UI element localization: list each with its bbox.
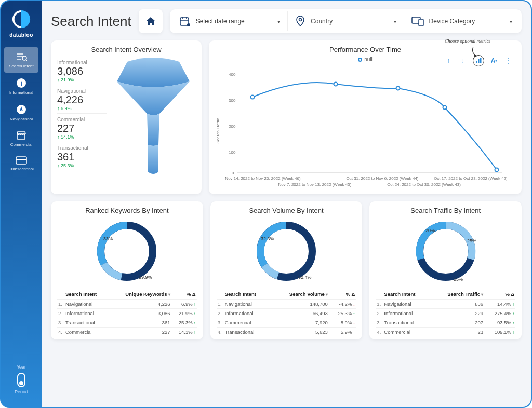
svg-point-34 (495, 168, 499, 172)
svg-text:62.4%: 62.4% (298, 275, 312, 280)
svg-text:Search Traffic: Search Traffic (216, 118, 220, 143)
svg-text:Oct 24, 2022 to Oct 30, 2022 (: Oct 24, 2022 to Oct 30, 2022 (Week 43) (387, 182, 461, 187)
filter-date-range[interactable]: Select date range ▾ (172, 12, 287, 31)
sidebar-item-commercial[interactable]: Commercial (1, 126, 42, 151)
home-icon (145, 16, 156, 26)
card-performance-over-time: Choose optional metrics Performance Over… (209, 40, 522, 194)
filter-label: Device Category (429, 18, 475, 25)
search-volume-table: Search IntentSearch Volume▾% Δ 1.Navigat… (217, 289, 356, 336)
device-icon (411, 16, 424, 26)
card-title: Search Volume By Intent (217, 207, 356, 214)
main-content: Search Intent Select date range ▾ Countr… (42, 1, 531, 407)
sidebar-item-label: Navigational (1, 117, 42, 121)
compass-icon (1, 104, 42, 115)
more-options-icon[interactable]: ⋮ (504, 56, 513, 65)
sidebar-item-search-intent[interactable]: Search Intent (4, 47, 38, 73)
svg-point-3 (22, 56, 26, 60)
svg-text:200: 200 (229, 124, 236, 129)
card-search-traffic: Search Traffic By Intent 20% 25% 55% (369, 201, 522, 339)
filter-device[interactable]: Device Category ▾ (404, 12, 520, 31)
filter-label: Country (311, 18, 332, 25)
card-search-intent-overview: Search Intent Overview Informational 3,0… (51, 40, 202, 194)
donut-chart: 20% 25% 55% (376, 217, 515, 285)
table-row: 2.Informational3,08621.9%↑ (57, 309, 197, 318)
period-toggle[interactable] (17, 373, 25, 387)
ranked-keywords-table: Search IntentUnique Keywords▾% Δ 1.Navig… (57, 289, 197, 336)
filter-label: Select date range (196, 18, 245, 25)
brand-name: databloo (9, 32, 33, 38)
table-row: 1.Navigational4,2266.9%↑ (57, 300, 197, 309)
card-search-volume: Search Volume By Intent 32.3% 62.4% Sear… (210, 201, 363, 339)
table-row: 1.Navigational83614.4%↑ (376, 300, 515, 309)
line-chart: Search Traffic 400 300 200 100 0 (216, 69, 514, 190)
svg-text:59.9%: 59.9% (139, 275, 152, 280)
svg-text:55%: 55% (454, 277, 463, 282)
table-row: 2.Informational229275.4%↑ (376, 309, 515, 318)
svg-text:Oct 17, 2022 to Oct 23, 2022 (: Oct 17, 2022 to Oct 23, 2022 (Week 42) (434, 176, 507, 181)
overview-row-commercial: Commercial 227 ↑ 14.1% (57, 113, 107, 142)
sidebar-item-informational[interactable]: i Informational (1, 73, 42, 99)
svg-rect-18 (419, 19, 423, 26)
svg-rect-21 (478, 59, 480, 63)
sort-desc-icon[interactable]: ↓ (458, 56, 468, 65)
svg-text:32.3%: 32.3% (261, 236, 274, 241)
home-button[interactable] (139, 9, 163, 33)
chevron-down-icon: ▾ (277, 19, 280, 24)
funnel-chart (111, 57, 195, 176)
sidebar-item-label: Transactional (1, 167, 42, 171)
svg-text:Nov 7, 2022 to Nov 13, 2022 (W: Nov 7, 2022 to Nov 13, 2022 (Week 45) (278, 182, 352, 187)
table-row: 4.Commercial22714.1%↑ (57, 328, 197, 337)
svg-point-15 (187, 23, 190, 26)
calendar-icon (179, 16, 191, 26)
donut-chart: 33% 59.9% (57, 217, 197, 285)
card-title: Ranked Keywords By Intent (57, 207, 197, 214)
sidebar-item-label: Search Intent (4, 64, 38, 69)
svg-rect-10 (16, 159, 26, 160)
donut-chart: 32.3% 62.4% (217, 217, 356, 285)
svg-line-4 (26, 60, 27, 61)
text-format-icon[interactable]: Az (489, 56, 499, 65)
page-title: Search Intent (51, 13, 131, 30)
annotation-text: Choose optional metrics (445, 38, 490, 44)
table-row: 4.Transactional5,6235.9%↑ (217, 328, 356, 337)
sort-asc-icon[interactable]: ↑ (444, 56, 453, 65)
table-row: 2.Informational66,49325.3%↑ (217, 309, 356, 318)
svg-point-32 (396, 87, 400, 90)
location-icon (295, 16, 305, 27)
svg-rect-20 (476, 61, 477, 63)
svg-text:Nov 14, 2022 to Nov 20, 2022 (: Nov 14, 2022 to Nov 20, 2022 (Week 46) (225, 176, 301, 181)
sidebar-item-transactional[interactable]: Transactional (1, 151, 42, 175)
svg-text:0: 0 (232, 171, 234, 175)
sidebar-item-label: Commercial (1, 142, 42, 147)
overview-row-transactional: Transactional 361 ↑ 25.3% (57, 142, 107, 170)
svg-point-33 (443, 106, 447, 110)
sidebar: databloo Search Intent i Informational N… (1, 1, 42, 407)
table-row: 1.Navigational148,700-4.2%↓ (217, 300, 356, 309)
table-row: 4.Commercial23109.1%↑ (376, 328, 515, 337)
svg-text:33%: 33% (103, 236, 113, 241)
store-icon (1, 131, 42, 140)
chevron-down-icon: ▾ (394, 19, 396, 24)
overview-row-informational: Informational 3,086 ↑ 21.9% (57, 57, 107, 85)
search-list-icon (4, 52, 38, 62)
svg-text:20%: 20% (425, 228, 435, 233)
logo: databloo (9, 9, 33, 38)
card-ranked-keywords: Ranked Keywords By Intent 33% 59.9% Sear… (51, 201, 203, 339)
svg-text:i: i (20, 79, 22, 87)
svg-point-16 (299, 19, 302, 21)
sidebar-item-navigational[interactable]: Navigational (1, 99, 42, 126)
period-label: Period (15, 389, 28, 395)
info-icon: i (1, 78, 42, 88)
svg-text:300: 300 (229, 98, 236, 103)
overview-row-navigational: Navigational 4,226 ↑ 6.9% (57, 85, 107, 113)
filter-country[interactable]: Country ▾ (287, 11, 403, 31)
svg-text:25%: 25% (467, 238, 476, 243)
svg-text:100: 100 (229, 150, 236, 155)
chart-settings-icon[interactable] (473, 55, 484, 66)
svg-text:Oct 31, 2022 to Nov 6, 2022 (W: Oct 31, 2022 to Nov 6, 2022 (Week 44) (346, 176, 418, 181)
card-title: Search Intent Overview (57, 46, 195, 53)
svg-text:400: 400 (229, 72, 236, 77)
chevron-down-icon: ▾ (510, 19, 512, 24)
svg-point-31 (334, 83, 338, 86)
year-label: Year (15, 364, 28, 370)
